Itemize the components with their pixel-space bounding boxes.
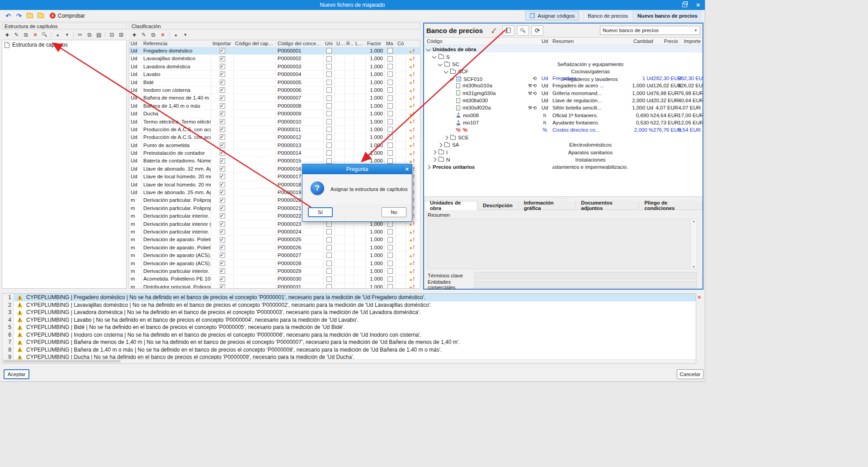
checkbox-unchecked[interactable] bbox=[387, 71, 393, 77]
price-tree-row[interactable]: SAAparatos sanitarios bbox=[424, 141, 703, 148]
classification-row[interactable]: mDerivación de aparato (ACS). Pol...P000… bbox=[129, 260, 420, 267]
checkbox-unchecked[interactable] bbox=[326, 268, 332, 274]
classification-row[interactable]: UdBañera de 1,40 m o másP00000081.000 bbox=[129, 102, 420, 110]
scroll-up-icon[interactable]: ▲ bbox=[691, 219, 697, 223]
classification-row[interactable]: UdLavavajillas domésticoP00000021.000 bbox=[129, 55, 420, 62]
checkbox-checked[interactable] bbox=[220, 48, 225, 53]
checkbox-checked[interactable] bbox=[220, 198, 225, 203]
checkbox-unchecked[interactable] bbox=[326, 150, 332, 156]
delete-icon[interactable]: × bbox=[158, 30, 167, 39]
checkbox-unchecked[interactable] bbox=[387, 221, 393, 227]
search-button[interactable] bbox=[40, 30, 49, 39]
chevron-right-icon[interactable] bbox=[432, 157, 437, 162]
price-tree-row[interactable]: Precios unitarios bbox=[424, 163, 703, 171]
structure-root-item[interactable]: Estructura de capítulos bbox=[2, 40, 126, 49]
yes-button[interactable]: Sí bbox=[308, 207, 333, 217]
checkbox-unchecked[interactable] bbox=[326, 56, 332, 62]
checkbox-unchecked[interactable] bbox=[326, 64, 332, 69]
checkbox-checked[interactable] bbox=[220, 245, 225, 250]
tab-documentos-adjuntos[interactable]: Documentos adjuntos bbox=[576, 201, 639, 210]
col-referencia[interactable]: Referencia bbox=[142, 40, 211, 47]
tree-expand-icon[interactable]: ⊞ bbox=[117, 30, 126, 39]
warning-row[interactable]: 2CYPEPLUMBING | Lavavajillas doméstico |… bbox=[2, 301, 696, 309]
horizontal-scrollbar[interactable] bbox=[2, 359, 696, 363]
col-importe[interactable]: Importe bbox=[678, 38, 701, 45]
price-tree-row[interactable]: SCFFregaderos y lavaderos bbox=[424, 67, 703, 75]
checkbox-unchecked[interactable] bbox=[326, 245, 332, 250]
price-tree-row[interactable]: mo107hAyudante fontanero.0,530 h22,73 EU… bbox=[424, 119, 703, 126]
checkbox-unchecked[interactable] bbox=[387, 103, 393, 109]
checkbox-unchecked[interactable] bbox=[326, 229, 332, 234]
add-icon[interactable]: + bbox=[3, 30, 12, 39]
classification-row[interactable]: mDerivación de aparato (ACS). Pol...P000… bbox=[129, 252, 420, 259]
classification-row[interactable]: UdProducción de A.C.S. con acum...P00000… bbox=[129, 126, 420, 133]
classification-row[interactable]: UdPreinstalación de contadorP00000141.00… bbox=[129, 149, 420, 157]
search-button[interactable] bbox=[517, 25, 529, 36]
chevron-down-icon[interactable] bbox=[432, 54, 437, 59]
classification-row[interactable]: UdDuchaP00000091.000 bbox=[129, 110, 420, 118]
checkbox-unchecked[interactable] bbox=[387, 64, 393, 69]
checkbox-checked[interactable] bbox=[220, 229, 225, 234]
paste-icon[interactable]: ▤ bbox=[94, 30, 104, 39]
classification-row[interactable]: mDerivación particular interior. Po...P0… bbox=[129, 267, 420, 275]
edit-icon[interactable]: ✎ bbox=[139, 30, 148, 39]
checkbox-unchecked[interactable] bbox=[387, 261, 393, 266]
checkbox-checked[interactable] bbox=[220, 127, 225, 132]
close-messages-button[interactable]: × bbox=[698, 294, 701, 300]
checkbox-unchecked[interactable] bbox=[387, 237, 393, 243]
price-tree-row[interactable]: mt31gmg030a⚒⟲UdGrifería monomand...1,000… bbox=[424, 90, 703, 97]
classification-row[interactable]: UdLavaboP00000041.000 bbox=[129, 71, 420, 78]
checkbox-checked[interactable] bbox=[220, 56, 225, 62]
price-tree-row[interactable]: SCF010⟲UdFregadero.1 Ud282,30 EUR282,30 … bbox=[424, 75, 703, 82]
chevron-down-icon[interactable] bbox=[426, 47, 431, 52]
checkbox-unchecked[interactable] bbox=[326, 253, 332, 258]
price-tree-row[interactable]: SSeñalización y equipamiento bbox=[424, 52, 703, 60]
checkbox-unchecked[interactable] bbox=[387, 245, 393, 250]
tab-información-gráfica[interactable]: Información gráfica bbox=[519, 201, 576, 210]
refresh-button[interactable]: ⟳ bbox=[531, 25, 543, 36]
classification-row[interactable]: UdProducción de A.C.S. con acum...P00000… bbox=[129, 133, 420, 141]
dialog-close-icon[interactable]: × bbox=[405, 166, 409, 172]
checkbox-unchecked[interactable] bbox=[387, 143, 393, 148]
checkbox-unchecked[interactable] bbox=[387, 80, 393, 85]
move-down-icon[interactable]: ▼ bbox=[181, 30, 190, 39]
resumen-textarea[interactable]: ▲ ▼ bbox=[428, 219, 697, 269]
price-tree-row[interactable]: mt30fxs010a⚒⟲UdFregadero de acero ...1,0… bbox=[424, 82, 703, 89]
price-tree-row[interactable]: Unidades de obra bbox=[424, 45, 703, 52]
checkbox-unchecked[interactable] bbox=[387, 56, 393, 62]
checkbox-unchecked[interactable] bbox=[326, 276, 332, 282]
checkbox-unchecked[interactable] bbox=[326, 284, 332, 288]
copy-icon[interactable]: ⧉ bbox=[22, 30, 31, 39]
checkbox-checked[interactable] bbox=[220, 221, 225, 227]
entidades-field[interactable] bbox=[475, 281, 697, 288]
checkbox-checked[interactable] bbox=[220, 213, 225, 219]
col-co[interactable]: Có bbox=[396, 40, 406, 47]
asignar-codigos-button[interactable]: Asignar códigos bbox=[525, 11, 579, 20]
checkbox-checked[interactable] bbox=[220, 150, 225, 156]
terminos-clave-field[interactable] bbox=[475, 272, 697, 279]
chevron-right-icon[interactable] bbox=[444, 135, 448, 140]
checkbox-unchecked[interactable] bbox=[387, 87, 393, 93]
price-tree-row[interactable]: mo008hOficial 1ª fontanero.0,690 h24,64 … bbox=[424, 112, 703, 119]
checkbox-checked[interactable] bbox=[220, 174, 225, 179]
warning-row[interactable]: 8CYPEPLUMBING | Bañera de 1,40 m o más |… bbox=[2, 346, 696, 354]
bank-selector[interactable]: Nuevo banco de precios ▼ bbox=[600, 26, 700, 35]
classification-row[interactable]: UdFregadero domésticoP00000011.000 bbox=[129, 47, 420, 55]
checkbox-unchecked[interactable] bbox=[387, 268, 393, 274]
checkbox-unchecked[interactable] bbox=[326, 111, 332, 116]
add-icon[interactable]: + bbox=[130, 30, 139, 39]
vertical-scrollbar[interactable]: ▲ ▼ bbox=[690, 219, 697, 269]
close-icon[interactable]: × bbox=[695, 2, 701, 8]
price-tree-row[interactable]: IInstalaciones bbox=[424, 148, 703, 156]
checkbox-unchecked[interactable] bbox=[387, 150, 393, 156]
col-codigo-concepto[interactable]: Código del concepto bbox=[276, 40, 324, 47]
warning-row[interactable]: 4CYPEPLUMBING | Lavabo | No se ha defini… bbox=[2, 316, 696, 324]
checkbox-checked[interactable] bbox=[220, 166, 225, 172]
chevron-down-icon[interactable] bbox=[438, 62, 443, 66]
undo-button[interactable]: ↶ bbox=[3, 11, 14, 20]
aceptar-button[interactable]: Aceptar bbox=[4, 369, 29, 379]
checkbox-unchecked[interactable] bbox=[387, 127, 393, 132]
col-uni2[interactable]: Uni bbox=[335, 40, 345, 47]
open-file-button[interactable] bbox=[24, 11, 35, 20]
checkbox-unchecked[interactable] bbox=[326, 261, 332, 266]
